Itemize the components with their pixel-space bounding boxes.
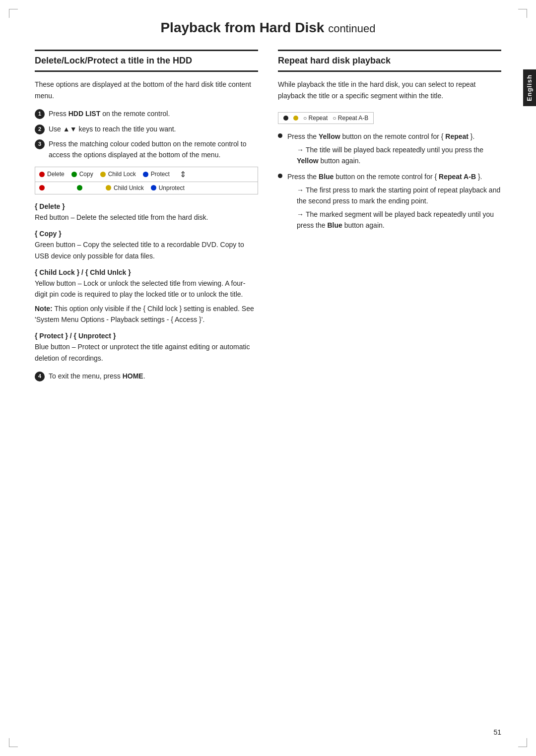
left-section-header: Delete/Lock/Protect a title in the HDD [35,50,258,72]
step-2: 2 Use ▲▼ keys to reach the title you wan… [35,124,258,134]
step-3-num: 3 [35,139,45,149]
repeat-ab-arrow-2: →The marked segment will be played back … [287,209,501,231]
repeat-label-repeat: ○ Repeat [303,115,328,122]
blue-dot-1 [143,172,148,177]
btn-label-childunlck: Child Unlck [114,185,144,191]
red-dot-2 [39,185,45,190]
step-4: 4 To exit the menu, press HOME. [35,371,258,381]
left-intro: These options are displayed at the botto… [35,79,258,101]
subsection-copy-text: Green button – Copy the selected title t… [35,239,258,261]
subsection-copy-title: { Copy } [35,230,258,238]
arrow-sym-2: → [297,186,304,194]
language-tab: English [523,69,536,106]
btn-label-copy: Copy [79,171,93,178]
repeat-panel: ○ Repeat ○ Repeat A-B [278,112,374,124]
step-1-text: Press HDD LIST on the remote control. [49,108,258,119]
arrow-icon: ⇕ [180,170,186,179]
page-title: Playback from Hard Disk continued [35,20,501,36]
btn-label-childlock: Child Lock [108,171,136,178]
step-4-text: To exit the menu, press HOME. [49,371,258,381]
btn-label-unprotect: Unprotect [159,185,185,191]
bullet-repeat-ab: Press the Blue button on the remote cont… [278,171,501,231]
subsection-childlock-title: { Child Lock } / { Chld Unlck } [35,268,258,276]
page-number: 51 [493,728,501,736]
subsection-protect-title: { Protect } / { Unprotect } [35,332,258,340]
corner-mark-tl [9,9,18,18]
right-intro: While playback the title in the hard dis… [278,79,501,101]
corner-mark-br [518,738,527,747]
step-2-text: Use ▲▼ keys to reach the title you want. [49,124,258,134]
bullet-dot-1 [278,133,282,138]
subsection-childlock-text: Yellow button – Lock or unlock the selec… [35,278,258,300]
step-1: 1 Press HDD LIST on the remote control. [35,108,258,119]
step-1-num: 1 [35,109,45,119]
subsection-childlock-note: Note: This option only visible if the { … [35,303,258,325]
subsection-copy: { Copy } Green button – Copy the selecte… [35,230,258,261]
step-2-num: 2 [35,125,45,134]
yellow-dot-2 [106,185,111,190]
btn-label-protect: Protect [151,171,170,178]
subsection-protect-text: Blue button – Protect or unprotect the t… [35,341,258,364]
step-4-num: 4 [35,372,45,381]
repeat-arrow-1: →The title will be played back repeatedl… [287,144,501,167]
green-dot-1 [71,172,77,177]
green-dot-2 [77,185,82,190]
title-continued: continued [328,22,375,35]
subsection-delete-title: { Delete } [35,202,258,210]
repeat-dot-black [283,116,288,121]
button-panel-row-1: Delete Copy Child Lock Protect ⇕ [35,167,258,182]
subsection-childlock: { Child Lock } / { Chld Unlck } Yellow b… [35,268,258,325]
corner-mark-bl [9,738,18,747]
right-column: Repeat hard disk playback While playback… [278,50,501,236]
btn-label-delete: Delete [47,171,65,178]
repeat-ab-arrow-1: →The first press to mark the starting po… [287,185,501,207]
button-panel: Delete Copy Child Lock Protect ⇕ Child U… [35,167,258,194]
bullet-repeat-ab-text: Press the Blue button on the remote cont… [287,171,501,231]
left-section-title: Delete/Lock/Protect a title in the HDD [35,55,258,66]
arrow-sym-1: → [297,146,304,154]
step-3-text: Press the matching colour coded button o… [49,138,258,161]
blue-dot-2 [151,185,156,190]
step-3: 3 Press the matching colour coded button… [35,138,258,161]
red-dot-1 [39,172,45,177]
right-section-title: Repeat hard disk playback [278,55,501,66]
repeat-label-repeat-ab: ○ Repeat A-B [333,115,368,122]
right-section-header: Repeat hard disk playback [278,50,501,72]
bullet-repeat-text: Press the Yellow button on the remote co… [287,131,501,166]
bullet-dot-2 [278,174,282,178]
yellow-dot-1 [100,172,106,177]
button-panel-row-2: Child Unlck Unprotect [35,182,258,194]
subsection-protect: { Protect } / { Unprotect } Blue button … [35,332,258,364]
bullet-repeat: Press the Yellow button on the remote co… [278,131,501,166]
subsection-delete-text: Red button – Delete the selected title f… [35,212,258,223]
left-column: Delete/Lock/Protect a title in the HDD T… [35,50,258,386]
subsection-delete: { Delete } Red button – Delete the selec… [35,202,258,223]
arrow-sym-3: → [297,210,304,218]
corner-mark-tr [518,9,527,18]
steps-list: 1 Press HDD LIST on the remote control. … [35,108,258,161]
repeat-dot-yellow [293,116,298,121]
